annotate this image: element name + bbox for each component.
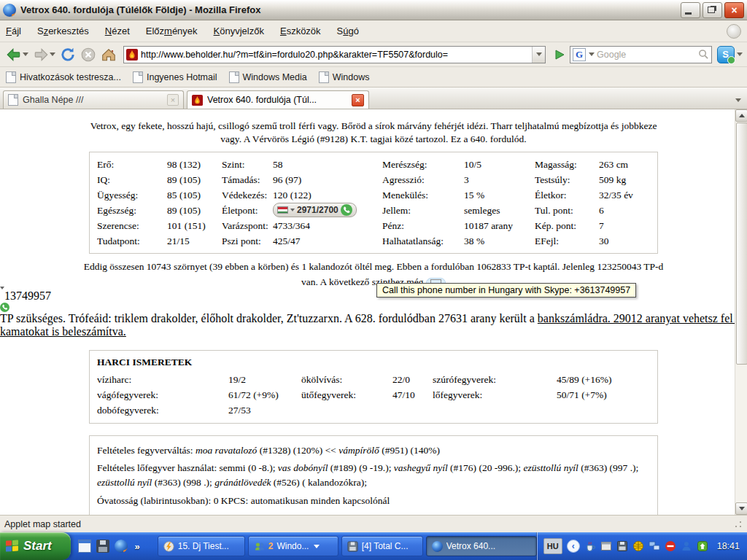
stat-cell: Ügyesség: [97, 187, 167, 203]
window-icon[interactable] [600, 540, 612, 552]
ranged-weapon-line: Feltételes lőfegyver használat: semmi (0… [97, 461, 650, 491]
stat-cell: Varázspont: [222, 218, 273, 233]
menu-view[interactable]: Nézet [105, 26, 130, 36]
scroll-up-button[interactable] [735, 109, 747, 122]
unread-badge: 2 [268, 541, 274, 551]
show-desktop-icon[interactable] [78, 540, 91, 553]
search-input[interactable]: Google [597, 50, 696, 60]
tab-list-dropdown[interactable] [731, 93, 744, 106]
stat-cell: 101 (151) [167, 218, 222, 233]
bookmark-item[interactable]: Ingyenes Hotmail [133, 71, 217, 83]
quick-launch-overflow[interactable]: » [134, 541, 139, 552]
reload-button[interactable] [58, 44, 77, 65]
phone-icon[interactable] [0, 303, 9, 312]
forward-button[interactable] [31, 44, 57, 65]
taskbar: Start » 15. Dj Tiest... 2 Windo... [4] T… [0, 532, 747, 560]
task-winamp[interactable]: 15. Dj Tiest... [158, 536, 245, 556]
menu-bookmarks[interactable]: Könyvjelzők [214, 26, 264, 36]
skype-phone-widget[interactable]: 2971/2700 [273, 203, 357, 217]
task-firefox-active[interactable]: Vetrox 640... [426, 536, 537, 556]
tp-needed-value: 13749957 [4, 289, 51, 302]
menu-history[interactable]: Előzmények [146, 26, 198, 36]
task-total-commander[interactable]: [4] Total C... [341, 536, 423, 556]
hp-value: 2971/2700 [297, 206, 338, 214]
stat-cell: IQ: [97, 172, 167, 187]
stat-cell: 98 (132) [167, 157, 222, 172]
tray-chevron-icon[interactable]: ‹ [567, 540, 580, 553]
stat-cell: 27/53 [228, 403, 301, 419]
back-button[interactable] [4, 44, 30, 65]
start-button[interactable]: Start [0, 532, 71, 560]
minimize-button[interactable] [681, 2, 700, 18]
back-dropdown-icon[interactable] [23, 52, 28, 56]
home-button[interactable] [99, 44, 118, 65]
language-indicator[interactable]: HU [543, 538, 562, 554]
menu-file[interactable]: Fájl [6, 26, 21, 36]
search-icon[interactable] [698, 49, 709, 60]
stat-cell: Szint: [222, 157, 273, 172]
stat-cell: 89 (105) [167, 203, 222, 218]
page-icon [6, 71, 16, 83]
group-dropdown-icon[interactable] [314, 545, 320, 548]
menu-help[interactable]: Súgó [337, 26, 359, 36]
stat-cell: 21/15 [167, 233, 222, 249]
network-icon[interactable] [649, 540, 660, 552]
home-icon [101, 47, 117, 63]
bookmark-item[interactable]: Windows [319, 71, 370, 83]
scroll-down-button[interactable] [735, 502, 747, 515]
windows-flag-icon [6, 540, 19, 552]
skype-toolbar-button[interactable]: S [716, 45, 743, 64]
java-icon[interactable] [584, 540, 596, 552]
bookmark-item[interactable]: Windows Media [229, 71, 307, 83]
close-button[interactable]: × [724, 2, 744, 18]
tab-close-icon[interactable]: × [167, 94, 179, 106]
stat-cell: 32/35 év [599, 187, 635, 203]
section-title: HARCI ISMERETEK [97, 357, 650, 368]
table-row: víziharc:19/2ökölvívás:22/0szúrófegyvere… [97, 373, 635, 388]
stat-cell: 85 (105) [167, 187, 222, 203]
scrollbar-thumb[interactable] [736, 122, 747, 365]
user-icon[interactable] [681, 540, 692, 552]
address-bar[interactable]: http://www.beholder.hu/?m=tf&in=fordulo2… [123, 46, 546, 63]
stat-cell: semleges [464, 203, 535, 218]
phone-icon[interactable] [341, 204, 352, 216]
tab-ghalla-nepe[interactable]: Ghalla Népe /// × [3, 90, 184, 109]
forward-dropdown-icon[interactable] [50, 52, 55, 56]
go-button[interactable] [551, 45, 568, 64]
stat-cell: 10/5 [464, 157, 535, 172]
menu-tools[interactable]: Eszközök [280, 26, 321, 36]
updater-icon[interactable] [697, 540, 708, 552]
url-text[interactable]: http://www.beholder.hu/?m=tf&in=fordulo2… [141, 50, 532, 60]
floppy-icon[interactable] [616, 540, 628, 552]
stat-cell: Pszi pont: [222, 233, 273, 249]
search-box[interactable]: G Google [570, 46, 712, 63]
url-dropdown-button[interactable] [532, 47, 545, 63]
character-intro: Vetrox, egy fekete, hosszú hajú, csillog… [82, 120, 665, 146]
navigation-toolbar: http://www.beholder.hu/?m=tf&in=fordulo2… [0, 42, 747, 67]
restore-button[interactable] [703, 2, 722, 18]
floppy-icon [347, 541, 358, 552]
no-entry-icon[interactable] [665, 540, 676, 552]
stat-cell: 38 % [464, 233, 535, 249]
task-messenger[interactable]: 2 Windo... [248, 536, 338, 556]
stop-button[interactable] [79, 44, 98, 65]
stat-cell: 89 (105) [167, 172, 222, 187]
skype-dropdown-icon[interactable] [737, 52, 743, 56]
tab-vetrox-active[interactable]: Vetrox 640. fordulója (Túl... × [187, 90, 369, 109]
vertical-scrollbar[interactable] [735, 109, 747, 515]
search-engine-dropdown-icon[interactable] [589, 52, 595, 56]
tab-close-icon[interactable]: × [352, 94, 364, 106]
resize-grip[interactable] [734, 520, 743, 529]
bookmark-item[interactable]: Hivatkozások testresza... [6, 71, 121, 83]
floppy-app-icon[interactable] [96, 540, 109, 553]
table-row: Ügyesség:85 (105)Védekezés:120 (122)Mene… [97, 187, 635, 203]
globe-icon[interactable] [632, 540, 644, 552]
table-row: Erő:98 (132)Szint:58Merészség:10/5Magass… [97, 157, 635, 172]
firefox-icon[interactable] [115, 540, 128, 553]
menu-edit[interactable]: Szerkesztés [37, 26, 89, 36]
status-bar: Applet map started [0, 515, 747, 532]
winamp-icon [163, 541, 174, 552]
chevron-down-icon[interactable] [290, 209, 295, 211]
page-icon [133, 71, 143, 83]
stat-cell: Kép. pont: [535, 218, 599, 233]
